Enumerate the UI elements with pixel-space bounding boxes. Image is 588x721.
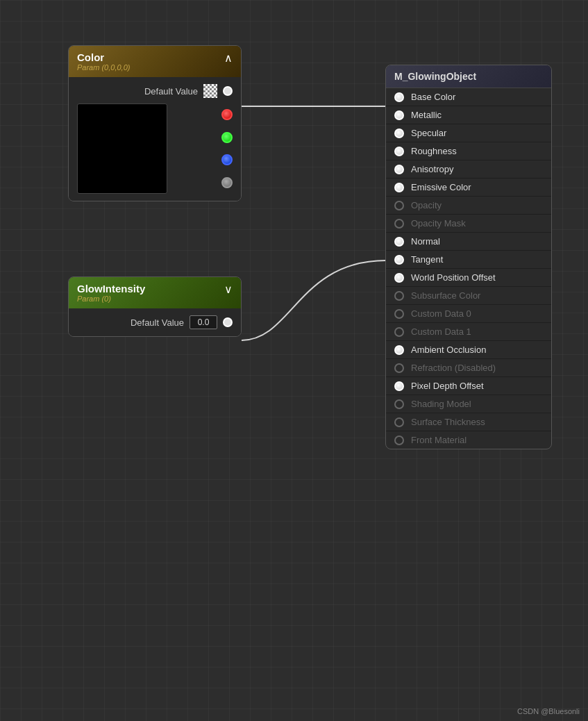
material-label-world-position-offset: World Position Offset bbox=[411, 272, 496, 283]
material-connector-opacity-mask[interactable] bbox=[394, 219, 404, 229]
color-node-title: Color bbox=[77, 51, 130, 63]
material-row[interactable]: Refraction (Disabled) bbox=[386, 359, 551, 377]
material-label-ambient-occlusion: Ambient Occlusion bbox=[411, 345, 486, 355]
material-row[interactable]: Surface Thickness bbox=[386, 413, 551, 431]
material-row[interactable]: Shading Model bbox=[386, 395, 551, 413]
material-row[interactable]: Front Material bbox=[386, 431, 551, 449]
material-row[interactable]: Custom Data 0 bbox=[386, 305, 551, 323]
material-connector-surface-thickness[interactable] bbox=[394, 417, 404, 427]
red-channel-connector[interactable] bbox=[221, 109, 233, 120]
color-channels bbox=[173, 103, 233, 194]
material-label-opacity-mask: Opacity Mask bbox=[411, 218, 466, 229]
glow-node-collapse[interactable]: ∨ bbox=[224, 283, 233, 296]
material-row[interactable]: Roughness bbox=[386, 142, 551, 160]
material-row[interactable]: World Position Offset bbox=[386, 269, 551, 287]
material-label-base-color: Base Color bbox=[411, 92, 455, 102]
blue-channel-row bbox=[173, 154, 233, 165]
material-row[interactable]: Anisotropy bbox=[386, 160, 551, 179]
alpha-channel-row bbox=[173, 177, 233, 188]
material-connector-ambient-occlusion[interactable] bbox=[394, 345, 404, 355]
material-label-specular: Specular bbox=[411, 128, 446, 138]
material-label-normal: Normal bbox=[411, 236, 440, 247]
material-connector-emissive-color[interactable] bbox=[394, 183, 404, 192]
material-connector-custom-data-1[interactable] bbox=[394, 327, 404, 337]
material-connector-anisotropy[interactable] bbox=[394, 165, 404, 174]
glow-default-value-input[interactable]: 0.0 bbox=[190, 315, 217, 329]
color-node-header: Color Param (0,0,0,0) ∧ bbox=[69, 46, 241, 77]
material-rows-container: Base ColorMetallicSpecularRoughnessAniso… bbox=[386, 88, 551, 449]
material-label-tangent: Tangent bbox=[411, 254, 443, 265]
green-channel-connector[interactable] bbox=[221, 132, 233, 143]
material-label-surface-thickness: Surface Thickness bbox=[411, 417, 485, 427]
material-row[interactable]: Opacity bbox=[386, 197, 551, 215]
color-output-connector[interactable] bbox=[223, 86, 233, 96]
material-connector-base-color[interactable] bbox=[394, 92, 404, 102]
material-connector-custom-data-0[interactable] bbox=[394, 309, 404, 319]
material-connector-opacity[interactable] bbox=[394, 201, 404, 210]
material-row[interactable]: Ambient Occlusion bbox=[386, 341, 551, 359]
glow-output-connector[interactable] bbox=[223, 317, 233, 327]
color-preview-area bbox=[77, 103, 233, 194]
material-row[interactable]: Emissive Color bbox=[386, 179, 551, 197]
material-connector-specular[interactable] bbox=[394, 129, 404, 138]
blue-channel-connector[interactable] bbox=[221, 154, 233, 165]
material-row[interactable]: Metallic bbox=[386, 106, 551, 124]
material-node[interactable]: M_GlowingObject Base ColorMetallicSpecul… bbox=[385, 65, 552, 449]
material-connector-shading-model[interactable] bbox=[394, 399, 404, 409]
material-connector-pixel-depth-offset[interactable] bbox=[394, 381, 404, 391]
material-connector-metallic[interactable] bbox=[394, 110, 404, 120]
material-label-custom-data-0: Custom Data 0 bbox=[411, 308, 471, 319]
material-label-custom-data-1: Custom Data 1 bbox=[411, 326, 471, 337]
material-label-pixel-depth-offset: Pixel Depth Offset bbox=[411, 381, 484, 391]
material-label-opacity: Opacity bbox=[411, 200, 442, 210]
material-row[interactable]: Opacity Mask bbox=[386, 215, 551, 233]
material-label-subsurface-color: Subsurface Color bbox=[411, 290, 480, 301]
material-label-shading-model: Shading Model bbox=[411, 399, 471, 409]
color-node[interactable]: Color Param (0,0,0,0) ∧ Default Value bbox=[68, 45, 242, 201]
glow-node-title: GlowIntensity bbox=[77, 283, 145, 295]
material-connector-normal[interactable] bbox=[394, 237, 404, 247]
material-label-refraction-(disabled): Refraction (Disabled) bbox=[411, 363, 496, 373]
material-connector-roughness[interactable] bbox=[394, 147, 404, 156]
material-node-title: M_GlowingObject bbox=[394, 71, 543, 82]
material-row[interactable]: Specular bbox=[386, 124, 551, 142]
green-channel-row bbox=[173, 132, 233, 143]
color-node-subtitle: Param (0,0,0,0) bbox=[77, 63, 130, 72]
material-connector-tangent[interactable] bbox=[394, 255, 404, 265]
material-connector-refraction-(disabled)[interactable] bbox=[394, 363, 404, 373]
alpha-channel-connector[interactable] bbox=[221, 177, 233, 188]
material-connector-world-position-offset[interactable] bbox=[394, 273, 404, 283]
red-channel-row bbox=[173, 109, 233, 120]
glow-node[interactable]: GlowIntensity Param (0) ∨ Default Value … bbox=[68, 276, 242, 337]
material-label-metallic: Metallic bbox=[411, 110, 442, 120]
glow-node-subtitle: Param (0) bbox=[77, 295, 145, 303]
material-label-anisotropy: Anisotropy bbox=[411, 164, 453, 174]
material-connector-front-material[interactable] bbox=[394, 436, 404, 445]
material-row[interactable]: Custom Data 1 bbox=[386, 323, 551, 341]
color-node-collapse[interactable]: ∧ bbox=[224, 51, 233, 65]
material-label-emissive-color: Emissive Color bbox=[411, 182, 471, 192]
material-row[interactable]: Subsurface Color bbox=[386, 287, 551, 305]
default-value-label: Default Value bbox=[144, 86, 198, 97]
canvas: Color Param (0,0,0,0) ∧ Default Value bbox=[0, 0, 588, 721]
material-node-header: M_GlowingObject bbox=[386, 65, 551, 88]
material-row[interactable]: Normal bbox=[386, 233, 551, 251]
material-row[interactable]: Pixel Depth Offset bbox=[386, 377, 551, 395]
material-label-front-material: Front Material bbox=[411, 435, 467, 445]
glow-node-header: GlowIntensity Param (0) ∨ bbox=[69, 277, 241, 308]
checkerboard-icon bbox=[203, 84, 217, 98]
material-row[interactable]: Tangent bbox=[386, 251, 551, 269]
glow-default-value-label: Default Value bbox=[131, 317, 184, 328]
material-label-roughness: Roughness bbox=[411, 146, 457, 156]
material-row[interactable]: Base Color bbox=[386, 88, 551, 106]
color-preview-box bbox=[77, 103, 167, 194]
material-connector-subsurface-color[interactable] bbox=[394, 291, 404, 301]
watermark: CSDN @Bluesonli bbox=[517, 707, 580, 715]
